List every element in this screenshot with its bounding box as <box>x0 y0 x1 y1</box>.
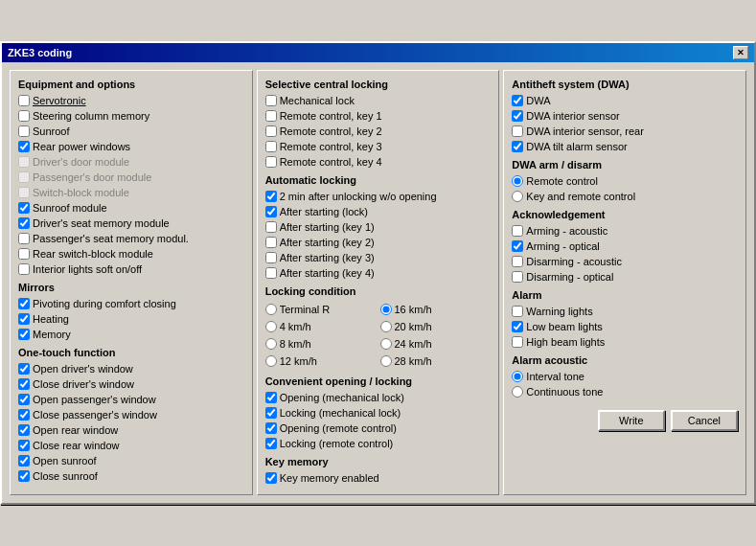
mirror-1-checkbox[interactable] <box>18 313 30 325</box>
alarm-acoustic-0-radio[interactable] <box>512 371 523 382</box>
equipment-2-checkbox[interactable] <box>18 125 30 137</box>
antitheft-1-checkbox[interactable] <box>512 110 523 122</box>
antitheft-2-checkbox[interactable] <box>512 125 523 137</box>
lock-c1-3-radio[interactable] <box>265 355 277 367</box>
antitheft-3-checkbox[interactable] <box>512 141 523 152</box>
antitheft-1-label: DWA interior sensor <box>526 109 619 123</box>
mirror-0-checkbox[interactable] <box>18 298 30 309</box>
convenient-3-checkbox[interactable] <box>265 438 277 449</box>
acknowledge-2-checkbox[interactable] <box>512 256 523 267</box>
convenient-0-checkbox[interactable] <box>265 392 277 403</box>
cancel-button[interactable]: Cancel <box>671 410 738 431</box>
lock-c2-0-row: 16 km/h <box>380 303 492 316</box>
right-panel: Antitheft system (DWA) DWADWA interior s… <box>503 70 746 495</box>
keymemory-0-checkbox[interactable] <box>265 472 277 484</box>
lock-c2-0-radio[interactable] <box>380 304 392 315</box>
lock-c1-1-radio[interactable] <box>265 321 277 332</box>
equipment-9-label: Passenger's seat memory modul. <box>33 232 189 245</box>
auto-0-checkbox[interactable] <box>265 191 277 202</box>
selective-2-checkbox[interactable] <box>265 125 277 137</box>
arm-0-radio[interactable] <box>512 175 523 187</box>
selective-1-label: Remote control, key 1 <box>280 109 382 123</box>
onetouch-1-label: Close driver's window <box>33 377 134 391</box>
auto-0-label: 2 min after unlocking w/o opening <box>280 190 437 203</box>
selective-0-label: Mechanical lock <box>280 94 355 107</box>
alarm-2-checkbox[interactable] <box>512 336 523 348</box>
equipment-0-checkbox[interactable] <box>18 95 30 106</box>
lock-c2-2-radio[interactable] <box>380 338 392 350</box>
equipment-8-checkbox[interactable] <box>18 217 30 229</box>
onetouch-5-checkbox[interactable] <box>18 440 30 451</box>
mirror-1-row: Heating <box>18 312 244 326</box>
equipment-0-label: Servotronic <box>33 94 86 107</box>
equipment-0-row: Servotronic <box>18 94 244 107</box>
lock-c2-3-label: 28 km/h <box>395 354 432 368</box>
alarm-0-label: Warning lights <box>526 305 592 318</box>
onetouch-list: Open driver's windowClose driver's windo… <box>18 362 244 483</box>
equipment-5-checkbox <box>18 171 30 183</box>
antitheft-0-checkbox[interactable] <box>512 95 523 106</box>
section-locking-title: Locking condition <box>265 285 492 297</box>
selective-4-checkbox[interactable] <box>265 156 277 168</box>
auto-5-checkbox[interactable] <box>265 267 277 279</box>
selective-3-checkbox[interactable] <box>265 141 277 152</box>
onetouch-7-checkbox[interactable] <box>18 470 30 482</box>
onetouch-0-checkbox[interactable] <box>18 363 30 375</box>
acknowledge-1-row: Arming - optical <box>512 239 738 253</box>
equipment-10-checkbox[interactable] <box>18 248 30 260</box>
onetouch-4-label: Open rear window <box>33 423 118 437</box>
mirror-2-checkbox[interactable] <box>18 329 30 340</box>
alarm-acoustic-1-label: Continuous tone <box>526 385 603 398</box>
convenient-1-checkbox[interactable] <box>265 407 277 419</box>
lock-c1-0-radio[interactable] <box>265 304 277 315</box>
auto-3-checkbox[interactable] <box>265 237 277 248</box>
onetouch-3-checkbox[interactable] <box>18 409 30 421</box>
acknowledge-0-checkbox[interactable] <box>512 225 523 237</box>
onetouch-4-checkbox[interactable] <box>18 424 30 436</box>
equipment-11-checkbox[interactable] <box>18 263 30 275</box>
equipment-1-checkbox[interactable] <box>18 110 30 122</box>
close-button[interactable]: ✕ <box>733 46 748 59</box>
selective-0-checkbox[interactable] <box>265 95 277 106</box>
mirrors-list: Pivoting during comfort closingHeatingMe… <box>18 297 244 341</box>
keymemory-0-label: Key memory enabled <box>280 471 379 485</box>
section-convenient-title: Convenient opening / locking <box>265 375 492 387</box>
alarm-1-checkbox[interactable] <box>512 321 523 332</box>
lock-c2-1-radio[interactable] <box>380 321 392 332</box>
equipment-3-row: Rear power windows <box>18 140 244 153</box>
auto-2-checkbox[interactable] <box>265 221 277 233</box>
section-keymemory-title: Key memory <box>265 456 492 467</box>
arm-0-row: Remote control <box>512 174 738 188</box>
onetouch-1-checkbox[interactable] <box>18 378 30 390</box>
equipment-1-row: Steering column memory <box>18 109 244 123</box>
lock-c1-3-label: 12 km/h <box>280 354 317 368</box>
selective-1-checkbox[interactable] <box>265 110 277 122</box>
mirror-0-label: Pivoting during comfort closing <box>33 297 176 310</box>
write-button[interactable]: Write <box>598 410 665 431</box>
lock-c2-3-radio[interactable] <box>380 355 392 367</box>
alarm-acoustic-1-radio[interactable] <box>512 386 523 398</box>
equipment-7-checkbox[interactable] <box>18 202 30 214</box>
arm-1-label: Key and remote control <box>526 190 635 203</box>
onetouch-2-checkbox[interactable] <box>18 394 30 405</box>
alarm-acoustic-list: Interval toneContinuous tone <box>512 370 738 398</box>
equipment-1-label: Steering column memory <box>33 109 149 123</box>
equipment-9-checkbox[interactable] <box>18 233 30 244</box>
equipment-6-row: Switch-block module <box>18 186 244 199</box>
auto-4-checkbox[interactable] <box>265 252 277 263</box>
equipment-3-checkbox[interactable] <box>18 141 30 152</box>
equipment-7-row: Sunroof module <box>18 201 244 215</box>
convenient-2-checkbox[interactable] <box>265 422 277 434</box>
alarm-0-checkbox[interactable] <box>512 306 523 317</box>
convenient-1-row: Locking (mechanical lock) <box>265 406 492 420</box>
equipment-list: ServotronicSteering column memorySunroof… <box>18 94 244 276</box>
lock-c1-2-radio[interactable] <box>265 338 277 350</box>
acknowledge-3-checkbox[interactable] <box>512 271 523 283</box>
onetouch-6-checkbox[interactable] <box>18 455 30 466</box>
acknowledge-1-checkbox[interactable] <box>512 240 523 252</box>
auto-1-checkbox[interactable] <box>265 206 277 217</box>
arm-1-radio[interactable] <box>512 191 523 202</box>
alarm-1-row: Low beam lights <box>512 320 738 333</box>
arm-0-label: Remote control <box>526 174 598 188</box>
title-bar-buttons: ✕ <box>733 46 748 59</box>
